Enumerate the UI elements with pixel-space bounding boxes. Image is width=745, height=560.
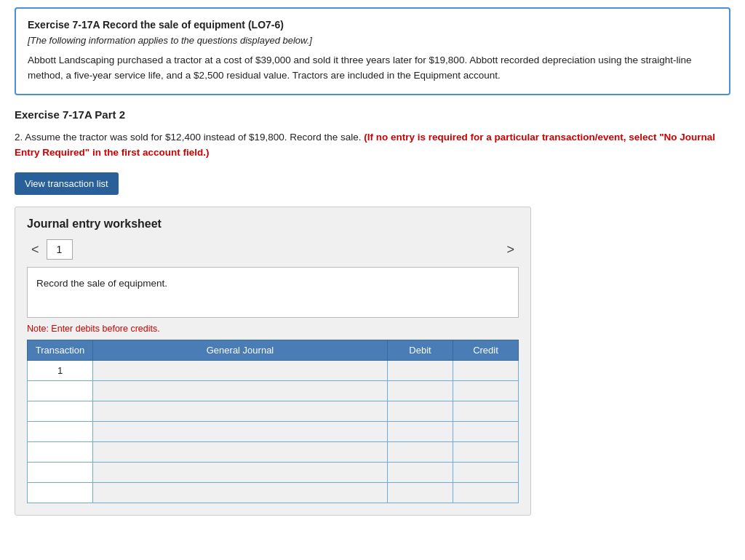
journal-table: Transaction General Journal Debit Credit… — [27, 340, 519, 503]
input-debit[interactable] — [388, 381, 453, 401]
table-row — [28, 483, 519, 503]
cell-debit[interactable] — [388, 361, 453, 381]
worksheet-tab-number[interactable]: 1 — [47, 239, 73, 260]
input-credit[interactable] — [453, 401, 518, 421]
cell-general-journal[interactable] — [93, 381, 388, 401]
header-credit: Credit — [453, 340, 519, 361]
input-general-journal[interactable] — [93, 422, 387, 441]
cell-credit[interactable] — [453, 422, 519, 442]
cell-transaction: 1 — [28, 361, 93, 381]
input-general-journal[interactable] — [93, 361, 387, 380]
cell-credit[interactable] — [453, 442, 519, 463]
worksheet-description: Record the sale of equipment. — [27, 267, 519, 318]
cell-transaction — [28, 463, 93, 483]
input-credit[interactable] — [453, 381, 518, 401]
cell-transaction — [28, 381, 93, 401]
cell-general-journal[interactable] — [93, 422, 388, 442]
input-credit[interactable] — [453, 422, 518, 441]
cell-general-journal[interactable] — [93, 483, 388, 503]
input-debit[interactable] — [388, 483, 453, 503]
question-text: 2. Assume the tractor was sold for $12,4… — [15, 129, 730, 161]
table-row — [28, 463, 519, 483]
cell-debit[interactable] — [388, 483, 453, 503]
cell-debit[interactable] — [388, 401, 453, 422]
input-credit[interactable] — [453, 361, 518, 380]
cell-general-journal[interactable] — [93, 442, 388, 463]
table-row — [28, 401, 519, 422]
part-title: Exercise 7-17A Part 2 — [15, 108, 730, 121]
cell-general-journal[interactable] — [93, 463, 388, 483]
view-transaction-button[interactable]: View transaction list — [15, 172, 119, 195]
exercise-info-box: Exercise 7-17A Record the sale of equipm… — [15, 7, 730, 95]
input-general-journal[interactable] — [93, 401, 387, 421]
cell-debit[interactable] — [388, 442, 453, 463]
header-transaction: Transaction — [28, 340, 93, 361]
cell-debit[interactable] — [388, 422, 453, 442]
input-general-journal[interactable] — [93, 463, 387, 482]
cell-credit[interactable] — [453, 401, 519, 422]
worksheet-title: Journal entry worksheet — [27, 217, 519, 231]
table-row — [28, 422, 519, 442]
input-debit[interactable] — [388, 442, 453, 462]
input-general-journal[interactable] — [93, 442, 387, 462]
cell-general-journal[interactable] — [93, 361, 388, 381]
input-debit[interactable] — [388, 463, 453, 482]
nav-left-arrow[interactable]: < — [27, 241, 44, 259]
worksheet-nav: < 1 > — [27, 239, 519, 260]
cell-transaction — [28, 401, 93, 422]
table-row — [28, 442, 519, 463]
question-text-before: Assume the tractor was sold for $12,400 … — [25, 132, 361, 143]
input-general-journal[interactable] — [93, 381, 387, 401]
cell-transaction — [28, 483, 93, 503]
worksheet-note: Note: Enter debits before credits. — [27, 324, 519, 334]
cell-credit[interactable] — [453, 381, 519, 401]
input-credit[interactable] — [453, 442, 518, 462]
input-credit[interactable] — [453, 463, 518, 482]
cell-debit[interactable] — [388, 463, 453, 483]
exercise-subtitle: [The following information applies to th… — [28, 35, 717, 46]
input-debit[interactable] — [388, 401, 453, 421]
cell-credit[interactable] — [453, 361, 519, 381]
nav-right-arrow[interactable]: > — [502, 241, 519, 259]
input-debit[interactable] — [388, 422, 453, 441]
cell-debit[interactable] — [388, 381, 453, 401]
cell-credit[interactable] — [453, 483, 519, 503]
exercise-body: Abbott Landscaping purchased a tractor a… — [28, 53, 717, 84]
cell-transaction — [28, 422, 93, 442]
table-row: 1 — [28, 361, 519, 381]
cell-general-journal[interactable] — [93, 401, 388, 422]
exercise-title: Exercise 7-17A Record the sale of equipm… — [28, 19, 717, 31]
header-debit: Debit — [388, 340, 453, 361]
cell-credit[interactable] — [453, 463, 519, 483]
header-general-journal: General Journal — [93, 340, 388, 361]
input-debit[interactable] — [388, 361, 453, 380]
cell-transaction — [28, 442, 93, 463]
table-row — [28, 381, 519, 401]
input-general-journal[interactable] — [93, 483, 387, 503]
journal-entry-worksheet: Journal entry worksheet < 1 > Record the… — [15, 207, 531, 516]
input-credit[interactable] — [453, 483, 518, 503]
question-number: 2. — [15, 132, 23, 143]
